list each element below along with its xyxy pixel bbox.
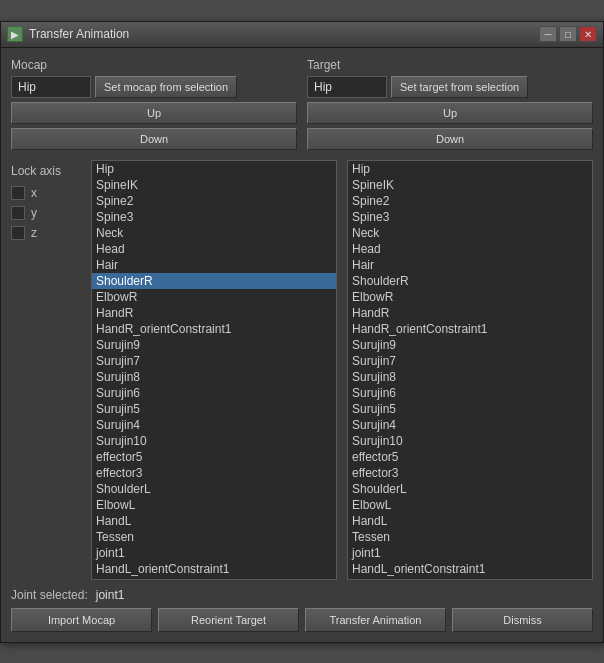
- mocap-label: Mocap: [11, 58, 297, 72]
- list-item[interactable]: Hair: [92, 257, 336, 273]
- list-item[interactable]: Surujin10: [92, 433, 336, 449]
- maximize-button[interactable]: □: [559, 26, 577, 42]
- lock-x-row: x: [11, 186, 81, 200]
- list-item[interactable]: Surujin8: [348, 369, 592, 385]
- list-item[interactable]: Surujin4: [92, 417, 336, 433]
- lock-y-row: y: [11, 206, 81, 220]
- dismiss-button[interactable]: Dismiss: [452, 608, 593, 632]
- list-item[interactable]: Spine3: [92, 209, 336, 225]
- list-item[interactable]: Surujin9: [348, 337, 592, 353]
- mocap-up-button[interactable]: Up: [11, 102, 297, 124]
- joint-selected-label: Joint selected:: [11, 588, 88, 602]
- list-item[interactable]: HandR: [92, 305, 336, 321]
- list-item[interactable]: Surujin7: [348, 353, 592, 369]
- reorient-target-button[interactable]: Reorient Target: [158, 608, 299, 632]
- mocap-input[interactable]: [11, 76, 91, 98]
- list-item[interactable]: Neck: [92, 225, 336, 241]
- window-title: Transfer Animation: [29, 27, 129, 41]
- list-item[interactable]: Surujin8: [92, 369, 336, 385]
- target-down-button[interactable]: Down: [307, 128, 593, 150]
- list-item[interactable]: SpineIK: [92, 177, 336, 193]
- lock-y-label: y: [31, 206, 37, 220]
- list-item[interactable]: Surujin5: [92, 401, 336, 417]
- list-item[interactable]: Neck: [348, 225, 592, 241]
- list-item[interactable]: joint1: [348, 545, 592, 561]
- list-item[interactable]: Hip: [348, 161, 592, 177]
- list-item[interactable]: effector4: [348, 577, 592, 580]
- target-up-button[interactable]: Up: [307, 102, 593, 124]
- list-item[interactable]: effector5: [92, 449, 336, 465]
- lock-z-checkbox[interactable]: [11, 226, 25, 240]
- list-item[interactable]: effector5: [348, 449, 592, 465]
- list-item[interactable]: Hair: [348, 257, 592, 273]
- list-item[interactable]: Tessen: [92, 529, 336, 545]
- list-item[interactable]: ElbowR: [348, 289, 592, 305]
- list-item[interactable]: Surujin9: [92, 337, 336, 353]
- joint-selected-row: Joint selected: joint1: [11, 588, 593, 602]
- list-item[interactable]: ElbowR: [92, 289, 336, 305]
- list-item[interactable]: Hip: [92, 161, 336, 177]
- target-input-row: Set target from selection: [307, 76, 593, 98]
- list-item[interactable]: HandL: [348, 513, 592, 529]
- list-item[interactable]: ShoulderR: [92, 273, 336, 289]
- list-item[interactable]: SpineIK: [348, 177, 592, 193]
- list-item[interactable]: HandL_orientConstraint1: [92, 561, 336, 577]
- list-item[interactable]: effector3: [348, 465, 592, 481]
- lists-area: HipSpineIKSpine2Spine3NeckHeadHairShould…: [91, 160, 593, 580]
- target-section: Target Set target from selection Up Down: [307, 58, 593, 154]
- minimize-button[interactable]: ─: [539, 26, 557, 42]
- top-section: Mocap Set mocap from selection Up Down T…: [11, 58, 593, 154]
- import-mocap-button[interactable]: Import Mocap: [11, 608, 152, 632]
- list-item[interactable]: HandR_orientConstraint1: [92, 321, 336, 337]
- lock-z-row: z: [11, 226, 81, 240]
- list-item[interactable]: Surujin6: [348, 385, 592, 401]
- title-bar: ▶ Transfer Animation ─ □ ✕: [1, 22, 603, 48]
- lock-z-label: z: [31, 226, 37, 240]
- set-target-button[interactable]: Set target from selection: [391, 76, 528, 98]
- list-item[interactable]: HandR_orientConstraint1: [348, 321, 592, 337]
- target-input[interactable]: [307, 76, 387, 98]
- list-item[interactable]: Surujin6: [92, 385, 336, 401]
- list-item[interactable]: ShoulderL: [92, 481, 336, 497]
- list-item[interactable]: Spine2: [348, 193, 592, 209]
- list-item[interactable]: Surujin10: [348, 433, 592, 449]
- list-item[interactable]: effector3: [92, 465, 336, 481]
- lock-x-label: x: [31, 186, 37, 200]
- list-item[interactable]: Surujin4: [348, 417, 592, 433]
- list-item[interactable]: Head: [348, 241, 592, 257]
- list-item[interactable]: Head: [92, 241, 336, 257]
- list-item[interactable]: HandL_orientConstraint1: [348, 561, 592, 577]
- transfer-animation-button[interactable]: Transfer Animation: [305, 608, 446, 632]
- window-body: Mocap Set mocap from selection Up Down T…: [1, 48, 603, 642]
- set-mocap-button[interactable]: Set mocap from selection: [95, 76, 237, 98]
- list-item[interactable]: HandL: [92, 513, 336, 529]
- list-item[interactable]: Tessen: [348, 529, 592, 545]
- target-label: Target: [307, 58, 593, 72]
- mocap-down-button[interactable]: Down: [11, 128, 297, 150]
- joint-selected-value: joint1: [96, 588, 125, 602]
- list-item[interactable]: ShoulderL: [348, 481, 592, 497]
- title-bar-controls: ─ □ ✕: [539, 26, 597, 42]
- mocap-input-row: Set mocap from selection: [11, 76, 297, 98]
- list-item[interactable]: Spine2: [92, 193, 336, 209]
- app-icon: ▶: [7, 26, 23, 42]
- list-item[interactable]: effector4: [92, 577, 336, 580]
- mocap-list[interactable]: HipSpineIKSpine2Spine3NeckHeadHairShould…: [91, 160, 337, 580]
- bottom-area: Joint selected: joint1 Import Mocap Reor…: [11, 588, 593, 632]
- main-content: Lock axis x y z HipSpineIKSpine2: [11, 160, 593, 580]
- list-item[interactable]: ElbowL: [348, 497, 592, 513]
- target-list[interactable]: HipSpineIKSpine2Spine3NeckHeadHairShould…: [347, 160, 593, 580]
- list-item[interactable]: HandR: [348, 305, 592, 321]
- list-item[interactable]: ShoulderR: [348, 273, 592, 289]
- main-window: ▶ Transfer Animation ─ □ ✕ Mocap Set moc…: [0, 21, 604, 643]
- lock-y-checkbox[interactable]: [11, 206, 25, 220]
- list-item[interactable]: ElbowL: [92, 497, 336, 513]
- lock-axis-label: Lock axis: [11, 164, 81, 178]
- list-item[interactable]: Spine3: [348, 209, 592, 225]
- list-item[interactable]: joint1: [92, 545, 336, 561]
- list-item[interactable]: Surujin7: [92, 353, 336, 369]
- close-button[interactable]: ✕: [579, 26, 597, 42]
- list-item[interactable]: Surujin5: [348, 401, 592, 417]
- lock-x-checkbox[interactable]: [11, 186, 25, 200]
- bottom-buttons: Import Mocap Reorient Target Transfer An…: [11, 608, 593, 632]
